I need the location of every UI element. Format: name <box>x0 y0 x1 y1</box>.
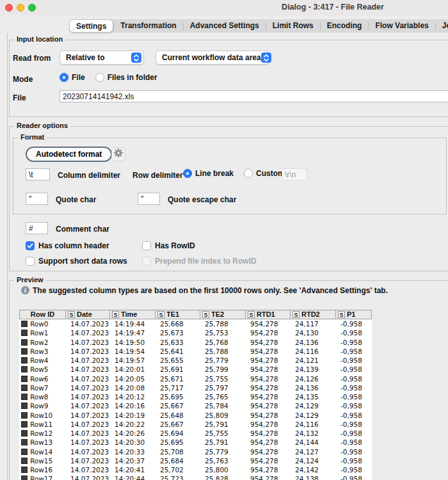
table-cell: 25,779 <box>200 356 246 365</box>
cell-value: 14:20:12 <box>115 392 145 401</box>
zoom-window-button[interactable] <box>28 4 36 12</box>
cell-value: -0,958 <box>340 374 362 383</box>
cell-value: 25,765 <box>205 392 228 401</box>
table-cell: 25,768 <box>200 338 246 347</box>
row-color-swatch <box>21 376 28 382</box>
file-path-input[interactable]: 20230714141942.xls <box>60 90 448 102</box>
cell-value: 954,278 <box>250 438 278 447</box>
tab-settings[interactable]: Settings <box>69 19 113 33</box>
column-header-label: RTD1 <box>257 310 275 319</box>
table-cell: 14.07.2023 <box>66 347 110 356</box>
cell-value: Row15 <box>30 456 52 465</box>
location-type-dropdown[interactable]: Current workflow data area <box>156 51 269 65</box>
row-color-swatch <box>21 339 28 346</box>
updown-chevrons-icon <box>261 52 271 63</box>
cell-value: -0,958 <box>340 429 362 438</box>
cell-value: 14.07.2023 <box>70 465 109 474</box>
row-color-swatch <box>21 330 28 336</box>
table-cell: Row3 <box>19 347 66 356</box>
column-header-te1[interactable]: STE1 <box>156 310 200 319</box>
tab-flow-variables[interactable]: Flow Variables <box>369 19 435 33</box>
cell-value: Row9 <box>30 401 49 410</box>
table-cell: 14.07.2023 <box>66 319 110 328</box>
tab-strip: SettingsTransformationAdvanced SettingsL… <box>69 19 448 33</box>
column-header-label: RTD2 <box>301 310 320 319</box>
location-type-value: Current workflow data area <box>162 53 261 62</box>
cell-value: 954,278 <box>250 447 278 456</box>
column-header-label: Date <box>77 310 92 319</box>
row-delimiter-line-break-radio[interactable]: Line break <box>183 169 234 178</box>
gear-icon <box>114 148 123 160</box>
has-rowid-checkbox[interactable]: Has RowID <box>142 241 195 250</box>
info-icon: i <box>21 286 29 294</box>
cell-value: 14.07.2023 <box>70 356 109 365</box>
table-cell: 14:20:33 <box>110 447 156 456</box>
table-cell: 14.07.2023 <box>66 411 110 420</box>
autodetect-settings-button[interactable] <box>111 147 125 161</box>
table-cell: 14:19:57 <box>110 356 156 365</box>
minimize-window-button[interactable] <box>17 4 24 12</box>
table-row: Row1014.07.202314:20:1925,64825,809954,2… <box>19 411 372 420</box>
tab-transformation[interactable]: Transformation <box>114 19 182 33</box>
table-cell: -0,958 <box>336 447 372 456</box>
table-cell: 14.07.2023 <box>66 420 110 429</box>
cell-value: 24,142 <box>295 465 319 474</box>
column-delimiter-label: Column delimiter <box>58 171 120 180</box>
table-cell: 25,633 <box>156 338 200 347</box>
cell-value: 24,117 <box>295 319 319 328</box>
quote-escape-char-label: Quote escape char <box>168 195 236 204</box>
table-row: Row1614.07.202314:20:4125,70225,800954,2… <box>19 465 372 474</box>
row-delimiter-custom-radio[interactable]: Custom <box>244 169 285 178</box>
quote-char-input[interactable]: " <box>26 193 48 205</box>
mode-file-radio[interactable]: File <box>60 73 85 82</box>
table-row: Row1114.07.202314:20:2225,66725,791954,2… <box>19 420 372 429</box>
column-header-rtd1[interactable]: SRTD1 <box>246 310 291 319</box>
table-cell: 25,797 <box>200 383 246 392</box>
preview-table: Row IDSDateSTimeSTE1STE2SRTD1SRTD2SP1Row… <box>19 310 372 480</box>
table-header-row: Row IDSDateSTimeSTE1STE2SRTD1SRTD2SP1 <box>19 310 372 319</box>
cell-value: 14.07.2023 <box>70 438 109 447</box>
table-cell: 25,641 <box>156 347 200 356</box>
table-cell: -0,958 <box>336 392 372 401</box>
comment-char-label: Comment char <box>56 225 109 234</box>
cell-value: Row2 <box>30 338 49 347</box>
cell-value: -0,958 <box>340 401 362 410</box>
cell-value: 25,671 <box>160 374 184 383</box>
autodetect-format-button[interactable]: Autodetect format <box>26 147 112 162</box>
table-cell: 954,278 <box>246 347 291 356</box>
custom-row-delimiter-input[interactable]: \r\n <box>282 168 307 180</box>
cell-value: 954,278 <box>250 456 278 465</box>
column-header-time[interactable]: STime <box>110 310 156 319</box>
column-header-te2[interactable]: STE2 <box>200 310 246 319</box>
mode-label: Mode <box>13 75 33 84</box>
column-header-date[interactable]: SDate <box>66 310 110 319</box>
column-delimiter-input[interactable]: \t <box>26 168 50 180</box>
read-from-dropdown[interactable]: Relative to <box>60 51 144 65</box>
cell-value: 14.07.2023 <box>70 365 109 374</box>
tab-job-manager-selection[interactable]: Job Manager Selection <box>436 19 448 33</box>
quote-escape-char-input[interactable]: " <box>138 193 160 205</box>
comment-char-input[interactable]: # <box>26 222 48 234</box>
tab-limit-rows[interactable]: Limit Rows <box>266 19 320 33</box>
table-cell: 14.07.2023 <box>66 392 110 401</box>
cell-value: Row3 <box>30 347 49 356</box>
table-cell: -0,958 <box>336 365 372 374</box>
tab-advanced-settings[interactable]: Advanced Settings <box>184 19 266 33</box>
column-header-row-id[interactable]: Row ID <box>19 310 66 319</box>
cell-value: 25,684 <box>160 456 184 465</box>
table-cell: 24,130 <box>291 328 336 337</box>
column-header-p1[interactable]: SP1 <box>336 310 372 319</box>
cell-value: 14:20:01 <box>115 365 145 374</box>
has-column-header-checkbox[interactable]: Has column header <box>26 241 109 250</box>
cell-value: 14.07.2023 <box>70 456 109 465</box>
cell-value: 14:20:30 <box>115 438 145 447</box>
close-window-button[interactable] <box>5 4 13 12</box>
column-header-label: TE1 <box>166 310 179 319</box>
support-short-data-rows-checkbox[interactable]: Support short data rows <box>26 257 127 266</box>
tab-encoding[interactable]: Encoding <box>321 19 369 33</box>
table-cell: 25,694 <box>156 429 200 438</box>
column-header-rtd2[interactable]: SRTD2 <box>291 310 336 319</box>
mode-files-in-folder-radio[interactable]: Files in folder <box>95 73 157 82</box>
table-cell: 25,684 <box>156 456 200 465</box>
table-cell: 954,278 <box>246 383 291 392</box>
